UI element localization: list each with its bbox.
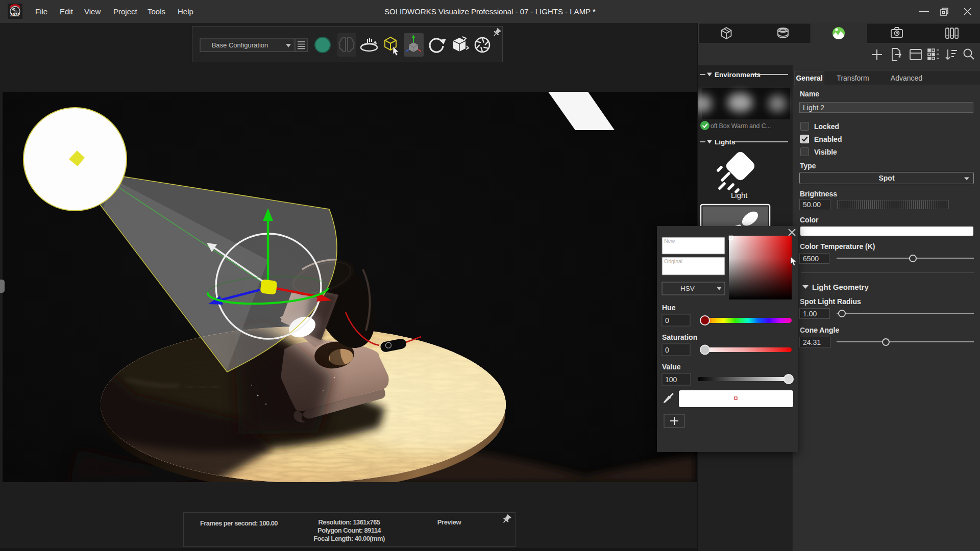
svg-text:0: 0 — [665, 316, 669, 324]
svg-text:Hue: Hue — [662, 304, 676, 312]
svg-text:100: 100 — [665, 375, 677, 384]
svg-text:oft Box Warm and C...: oft Box Warm and C... — [710, 122, 771, 130]
svg-text:Value: Value — [662, 363, 681, 371]
svg-text:Base Configuration: Base Configuration — [212, 41, 268, 49]
svg-text:Environments: Environments — [715, 71, 761, 79]
svg-text:0: 0 — [665, 346, 669, 354]
svg-text:Lights: Lights — [715, 138, 736, 146]
svg-text:Original: Original — [664, 258, 682, 264]
svg-text:New: New — [664, 238, 675, 244]
svg-text:HSV: HSV — [680, 285, 695, 292]
svg-text:2022: 2022 — [10, 12, 20, 17]
svg-text:Saturation: Saturation — [662, 333, 697, 341]
svg-text:Light: Light — [731, 191, 748, 199]
